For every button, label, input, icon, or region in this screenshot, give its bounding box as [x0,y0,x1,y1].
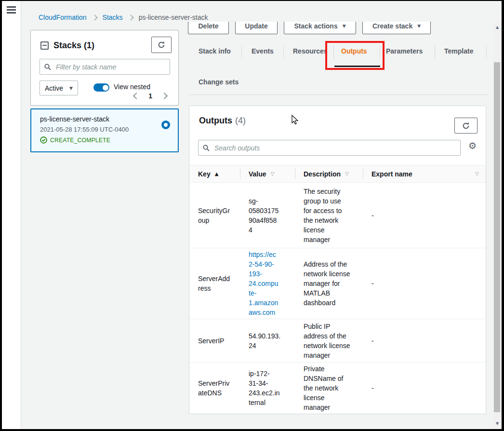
outputs-refresh-button[interactable] [454,118,477,134]
tab-resources[interactable]: Resources [293,47,328,55]
cell-description: Public IP address of the network license… [295,319,363,362]
breadcrumb-stacks[interactable]: Stacks [103,13,123,21]
hamburger-menu-icon[interactable] [7,6,16,15]
column-label: Key [198,170,211,178]
scrollbar-thumb[interactable] [494,62,500,412]
outputs-title-text: Outputs [199,116,232,125]
delete-button-label: Delete [198,22,218,30]
delete-button[interactable]: Delete [188,22,229,34]
cell-key: SecurityGr oup [189,183,240,248]
cell-description: The security group to use for access to … [295,183,363,248]
outputs-panel-title: Outputs(4) [199,116,246,126]
create-stack-label: Create stack [372,22,412,30]
outputs-table-header: Key ▲ Value ▽ Description ▽ Export name … [189,165,486,183]
refresh-icon [462,122,470,130]
sort-icon[interactable]: ▽ [271,172,275,176]
side-nav-strip [2,1,21,429]
view-nested-label: View nested [114,83,150,91]
tab-stack-info[interactable]: Stack info [199,47,231,55]
table-row: SecurityGr oup sg- 05803175 90a4f858 4 T… [189,183,486,248]
table-row: ServerAdd ress https://ec 2-54-90- 193- … [189,248,486,319]
stack-status-text: CREATE_COMPLETE [50,137,110,144]
column-header-key[interactable]: Key ▲ [189,165,240,182]
stack-status: CREATE_COMPLETE [40,136,110,144]
outputs-search-box [198,140,461,156]
caret-down-icon: ▼ [417,24,421,28]
gear-icon[interactable]: ⚙ [468,141,477,150]
cell-key: ServerIP [189,319,240,362]
search-icon [44,64,51,70]
check-circle-icon [40,136,47,144]
cell-export-name: - [363,248,486,319]
vertical-scrollbar[interactable]: ▲ ▼ [493,22,502,429]
outputs-count: (4) [235,116,246,125]
tab-separator [241,45,242,59]
stacks-panel-title: Stacks (1) [53,40,94,51]
view-nested-toggle[interactable] [93,83,109,92]
cell-key: ServerAdd ress [189,248,240,319]
create-stack-dropdown-button[interactable]: Create stack ▼ [362,22,431,34]
tab-template[interactable]: Template [444,47,473,55]
cell-description: Address of the network license manager f… [295,248,363,319]
sort-icon[interactable]: ▽ [345,172,349,176]
cell-value: ip-172- 31-34- 243.ec2.in ternal [240,363,295,413]
breadcrumb-chevron-icon [128,14,134,21]
caret-down-icon: ▼ [69,86,73,91]
breadcrumb-current-stack: ps-license-server-stack [139,13,208,21]
column-header-value[interactable]: Value ▽ [240,165,295,182]
stack-filter-input[interactable] [55,63,165,71]
sort-icon[interactable]: ▽ [475,172,479,176]
tab-separator [435,45,435,59]
tab-separator [486,45,487,59]
column-header-export-name[interactable]: Export name ▽ [363,165,486,182]
outputs-table: Key ▲ Value ▽ Description ▽ Export name … [189,165,486,414]
column-label: Description [304,170,341,178]
table-row: ServerIP 54.90.193. 24 Public IP address… [189,319,486,363]
stacks-title-text: Stacks [53,40,81,50]
stacks-panel: Stacks (1) Active ▼ View nested 1 [30,30,179,106]
cell-description: Private DNSName of the network license m… [295,363,363,413]
cell-value: 54.90.193. 24 [240,319,295,362]
tab-events[interactable]: Events [252,47,274,55]
active-tab-underline [334,66,380,67]
next-page-icon[interactable] [161,93,168,99]
stack-status-filter-dropdown[interactable]: Active ▼ [40,81,78,95]
outputs-panel: Outputs(4) ⚙ Key ▲ Value [189,106,486,414]
column-label: Export name [371,170,412,178]
breadcrumb-cloudformation[interactable]: CloudFormation [39,13,87,21]
stack-created-timestamp: 2021-05-28 17:55:09 UTC-0400 [40,126,129,133]
caret-down-icon: ▼ [343,24,346,28]
scrollbar-down-arrow-icon[interactable]: ▼ [493,421,502,426]
tab-change-sets[interactable]: Change sets [199,78,239,86]
cell-value-link[interactable]: https://ec 2-54-90- 193- 24.compu te- 1.… [240,248,295,319]
stack-name[interactable]: ps-license-server-stack [40,115,109,123]
cloudformation-console-window: CloudFormation Stacks ps-license-server-… [0,0,504,431]
cell-value: sg- 05803175 90a4f858 4 [240,183,295,248]
tabs-divider [189,94,488,95]
breadcrumb: CloudFormation Stacks ps-license-server-… [39,13,208,21]
stack-radio-selected[interactable] [161,121,170,129]
tab-separator [283,45,284,59]
search-icon [203,145,210,151]
column-label: Value [249,170,266,178]
tab-outputs[interactable]: Outputs [341,47,367,55]
stack-actions-dropdown-button[interactable]: Stack actions ▼ [284,22,356,34]
outputs-table-body: SecurityGr oup sg- 05803175 90a4f858 4 T… [189,183,486,413]
collapse-panel-icon[interactable] [40,41,49,50]
outputs-search-input[interactable] [213,144,456,152]
stack-list-item-selected[interactable]: ps-license-server-stack 2021-05-28 17:55… [30,108,179,152]
previous-page-icon[interactable] [133,93,140,99]
cell-export-name: - [363,363,486,413]
stacks-refresh-button[interactable] [151,37,172,53]
update-button[interactable]: Update [235,22,278,34]
tab-separator [333,45,334,59]
table-row: ServerPriv ateDNS ip-172- 31-34- 243.ec2… [189,363,486,413]
tab-parameters[interactable]: Parameters [386,47,423,55]
column-header-description[interactable]: Description ▽ [295,165,363,182]
breadcrumb-chevron-icon [92,14,98,21]
page-number[interactable]: 1 [148,92,152,100]
update-button-label: Update [245,22,267,30]
stacks-panel-header: Stacks (1) [40,40,94,51]
sort-ascending-icon[interactable]: ▲ [215,172,219,176]
scrollbar-up-arrow-icon[interactable]: ▲ [493,25,502,29]
